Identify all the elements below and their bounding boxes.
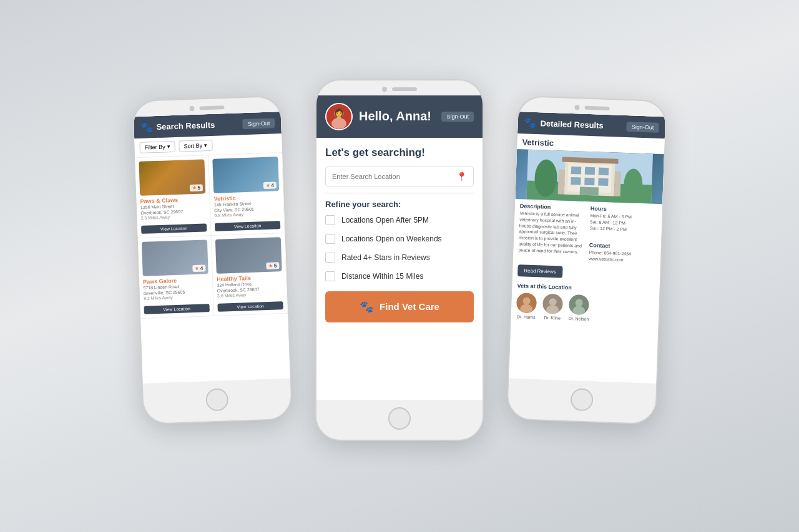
result-img-vetristic: ★ 4 — [212, 157, 279, 193]
vet-kline-name: Dr. Kline — [544, 315, 561, 320]
result-card-healthy-tails: ★ 5 Healthy Tails 324 Holland DriveOverb… — [212, 233, 288, 316]
star-icon: ★ — [192, 185, 196, 190]
svg-text:👩: 👩 — [334, 108, 344, 118]
paw-btn-icon: 🐾 — [360, 300, 373, 314]
refine-title: Refine your search: — [325, 200, 474, 209]
hours-text: Mon-Fri: 6 AM - 5 PMSat: 8 AM - 12 PMSun… — [590, 213, 657, 233]
vet-harris: Dr. Harris — [516, 293, 537, 319]
right-phone-screen: 🐾 Detailed Results Sign-Out Vetristic — [509, 112, 665, 384]
left-phone-screen: 🐾 Search Results Sign-Out Filter By ▾ So… — [134, 112, 290, 384]
checkbox-open-after-5pm: Locations Open After 5PM — [325, 215, 474, 225]
star-icon: ★ — [265, 182, 270, 188]
right-home-button[interactable] — [571, 388, 594, 411]
description-text: Vetristic is a full service animal veter… — [518, 210, 586, 255]
right-sign-out-button[interactable]: Sign-Out — [627, 121, 659, 132]
center-phone-bottom — [316, 400, 483, 440]
checkbox-open-weekends-label: Locations Open on Weekends — [341, 235, 442, 243]
svg-rect-12 — [584, 177, 594, 185]
location-icon: 📍 — [456, 172, 467, 181]
checkbox-rated-stars-box[interactable] — [325, 253, 335, 263]
svg-rect-14 — [580, 186, 599, 195]
checkbox-distance-label: Distance Within 15 Miles — [341, 272, 423, 281]
search-results-screen: 🐾 Search Results Sign-Out Filter By ▾ So… — [134, 112, 290, 384]
description-section: Description Vetristic is a full service … — [518, 203, 587, 262]
result-img-healthy-tails: ★ 5 — [215, 237, 282, 274]
center-sign-out-button[interactable]: Sign-Out — [441, 112, 474, 122]
svg-rect-8 — [571, 167, 581, 175]
right-speaker — [584, 105, 609, 110]
checkbox-rated-stars-label: Rated 4+ Stars in Reviews — [341, 253, 430, 262]
find-vet-care-button[interactable]: 🐾 Find Vet Care — [325, 291, 474, 322]
result-card-paws-galore: ★ 4 Paws Galore 5718 Linden RoadGreenvil… — [138, 236, 214, 319]
center-speaker — [392, 87, 417, 91]
divider — [325, 193, 474, 193]
view-location-paws-claws-button[interactable]: View Location — [141, 223, 207, 234]
stars-count-4: 5 — [274, 263, 277, 268]
hello-greeting: Hello, Anna! — [359, 109, 435, 123]
detail-info: Description Vetristic is a full service … — [513, 198, 662, 268]
star-icon: ★ — [195, 265, 199, 271]
star-badge-paws-claws: ★ 5 — [189, 184, 203, 191]
stars-count-3: 4 — [200, 265, 203, 271]
stars-count-2: 4 — [271, 182, 274, 188]
center-phone: 👩 Hello, Anna! Sign-Out Let's get search… — [315, 79, 484, 441]
star-icon: ★ — [268, 263, 273, 268]
svg-rect-13 — [598, 178, 608, 186]
svg-rect-10 — [599, 167, 609, 175]
right-phone: 🐾 Detailed Results Sign-Out Vetristic — [506, 95, 667, 424]
result-card-vetristic: ★ 4 Vetristic 145 Franklin StreetCity Vi… — [208, 152, 285, 235]
svg-rect-11 — [571, 177, 581, 185]
center-home-button[interactable] — [388, 407, 411, 430]
vet-photo — [515, 148, 664, 203]
right-camera-icon — [574, 105, 579, 110]
right-header-title: Detailed Results — [540, 118, 604, 130]
left-camera-icon — [189, 105, 194, 110]
result-img-paws-galore: ★ 4 — [142, 239, 208, 276]
right-phone-bottom — [507, 378, 656, 423]
left-home-button[interactable] — [205, 388, 228, 411]
hours-contact-section: Hours Mon-Fri: 6 AM - 5 PMSat: 8 AM - 12… — [589, 205, 657, 264]
vet-avatar-kline — [542, 293, 563, 314]
vet-harris-name: Dr. Harris — [517, 314, 536, 319]
vets-section: Vets at this Location Dr. Harris — [511, 279, 660, 326]
read-reviews-button[interactable]: Read Reviews — [517, 264, 562, 278]
vet-avatar-harris — [516, 293, 537, 313]
find-vet-label: Find Vet Care — [380, 301, 439, 312]
hello-header: 👩 Hello, Anna! Sign-Out — [316, 95, 483, 138]
star-badge-paws-galore: ★ 4 — [192, 264, 206, 272]
contact-title: Contact — [589, 242, 656, 251]
result-card-paws-claws: ★ 5 Paws & Claws 1256 Main StreetOverbro… — [135, 155, 211, 238]
checkbox-distance: Distance Within 15 Miles — [325, 271, 474, 281]
view-location-paws-galore-button[interactable]: View Location — [144, 304, 210, 314]
checkbox-open-after-5pm-box[interactable] — [325, 215, 335, 225]
sort-by-button[interactable]: Sort By ▾ — [179, 139, 212, 152]
vets-title: Vets at this Location — [517, 283, 654, 294]
center-camera-icon — [382, 87, 387, 92]
search-input-container[interactable]: 📍 — [325, 167, 474, 186]
left-header-title-group: 🐾 Search Results — [140, 118, 215, 133]
center-phone-notch — [316, 80, 483, 95]
search-input[interactable] — [332, 173, 456, 180]
hours-title: Hours — [591, 205, 657, 214]
checkbox-open-weekends-box[interactable] — [325, 234, 335, 244]
svg-rect-9 — [585, 167, 595, 175]
detailed-results-screen: 🐾 Detailed Results Sign-Out Vetristic — [509, 112, 665, 384]
checkbox-distance-box[interactable] — [325, 271, 335, 281]
svg-rect-15 — [558, 169, 565, 194]
filter-by-button[interactable]: Filter By ▾ — [139, 140, 175, 153]
left-sign-out-button[interactable]: Sign-Out — [243, 117, 275, 128]
phones-container: 🐾 Search Results Sign-Out Filter By ▾ So… — [119, 48, 680, 485]
view-location-healthy-tails-button[interactable]: View Location — [217, 301, 283, 312]
svg-rect-16 — [614, 171, 621, 196]
lets-search-title: Let's get searching! — [325, 147, 474, 159]
search-screen-body: Let's get searching! 📍 Refine your searc… — [316, 138, 483, 331]
checkbox-rated-stars: Rated 4+ Stars in Reviews — [325, 253, 474, 263]
svg-point-2 — [331, 117, 346, 128]
paw-icon: 🐾 — [524, 117, 537, 129]
view-location-vetristic-button[interactable]: View Location — [215, 221, 280, 231]
center-phone-screen: 👩 Hello, Anna! Sign-Out Let's get search… — [316, 95, 483, 400]
star-badge-vetristic: ★ 4 — [263, 181, 277, 189]
right-header-title-group: 🐾 Detailed Results — [524, 117, 604, 131]
results-grid: ★ 5 Paws & Claws 1256 Main StreetOverbro… — [135, 152, 288, 318]
left-header-title: Search Results — [156, 120, 215, 131]
